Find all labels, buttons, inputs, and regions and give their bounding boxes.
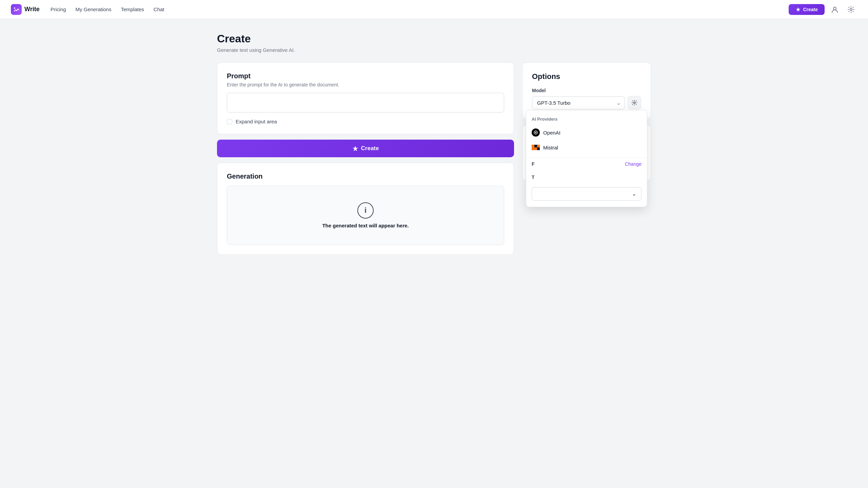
openai-label: OpenAI [543, 130, 560, 136]
dropdown-mistral[interactable]: Mistral [526, 140, 647, 155]
settings-button[interactable] [845, 3, 857, 16]
prompt-card: Prompt Enter the prompt for the AI to ge… [217, 62, 514, 134]
partial-f-label: F [532, 161, 535, 167]
main-layout: Prompt Enter the prompt for the AI to ge… [217, 62, 651, 255]
left-column: Prompt Enter the prompt for the AI to ge… [217, 62, 514, 255]
user-icon [831, 6, 839, 13]
page-subtitle: Generate text using Generative AI. [217, 47, 651, 53]
navbar: Write Pricing My Generations Templates C… [0, 0, 868, 19]
create-main-button[interactable]: Create [217, 140, 514, 157]
prompt-title: Prompt [227, 72, 504, 80]
svg-rect-10 [537, 147, 540, 150]
svg-rect-6 [534, 145, 537, 147]
options-title: Options [532, 72, 641, 81]
svg-rect-7 [537, 145, 540, 147]
nav-link-generations[interactable]: My Generations [76, 6, 112, 12]
expand-row: Expand input area [227, 119, 504, 124]
dropdown-section-title: AI Providers [526, 115, 647, 125]
logo[interactable]: Write [11, 4, 40, 15]
expand-label[interactable]: Expand input area [236, 119, 277, 124]
change-link[interactable]: Change [625, 161, 642, 167]
generation-empty-text: The generated text will appear here. [322, 223, 409, 228]
page-title: Create [217, 33, 651, 45]
nav-link-chat[interactable]: Chat [154, 6, 164, 12]
svg-point-0 [14, 7, 15, 9]
generation-card: Generation i The generated text will app… [217, 163, 514, 255]
model-label: Model [532, 88, 641, 93]
options-card: Options Model GPT-3.5 Turbo ⌄ [522, 62, 651, 119]
sparkle-icon [795, 7, 801, 12]
mistral-icon [532, 143, 540, 151]
create-sparkle-icon [352, 145, 358, 151]
model-select[interactable]: GPT-3.5 Turbo [532, 96, 625, 109]
user-account-button[interactable] [829, 3, 841, 16]
nav-link-pricing[interactable]: Pricing [51, 6, 66, 12]
page-content: Create Generate text using Generative AI… [197, 19, 671, 268]
nav-right: Create [789, 3, 857, 16]
nav-link-templates[interactable]: Templates [121, 6, 144, 12]
svg-point-1 [833, 7, 836, 10]
info-icon: i [357, 202, 374, 219]
generation-empty-area: i The generated text will appear here. [227, 186, 504, 245]
svg-point-2 [850, 8, 852, 11]
settings-icon [847, 6, 855, 13]
right-column: Options Model GPT-3.5 Turbo ⌄ [522, 62, 651, 181]
model-settings-button[interactable] [628, 96, 641, 109]
type-dropdown[interactable]: ⌄ [532, 187, 642, 201]
prompt-input[interactable] [227, 93, 504, 113]
gear-icon [631, 100, 637, 106]
ai-providers-dropdown: AI Providers OpenAI [526, 110, 647, 207]
logo-icon [11, 4, 22, 15]
svg-point-3 [634, 102, 635, 104]
generation-title: Generation [227, 172, 504, 180]
type-chevron-icon: ⌄ [632, 191, 636, 197]
logo-text: Write [24, 6, 40, 13]
openai-icon [532, 128, 540, 137]
nav-links: Pricing My Generations Templates Chat [51, 6, 164, 13]
nav-create-button[interactable]: Create [789, 4, 825, 15]
prompt-desc: Enter the prompt for the AI to generate … [227, 82, 504, 87]
dropdown-openai[interactable]: OpenAI [526, 125, 647, 140]
nav-left: Write Pricing My Generations Templates C… [11, 4, 164, 15]
expand-checkbox[interactable] [227, 119, 232, 124]
partial-t-label: T [532, 175, 535, 180]
model-select-row: GPT-3.5 Turbo ⌄ [532, 96, 641, 109]
svg-rect-5 [532, 145, 534, 147]
model-select-container: GPT-3.5 Turbo ⌄ [532, 96, 625, 109]
mistral-label: Mistral [543, 145, 558, 150]
svg-rect-9 [534, 147, 537, 150]
svg-rect-8 [532, 147, 534, 150]
